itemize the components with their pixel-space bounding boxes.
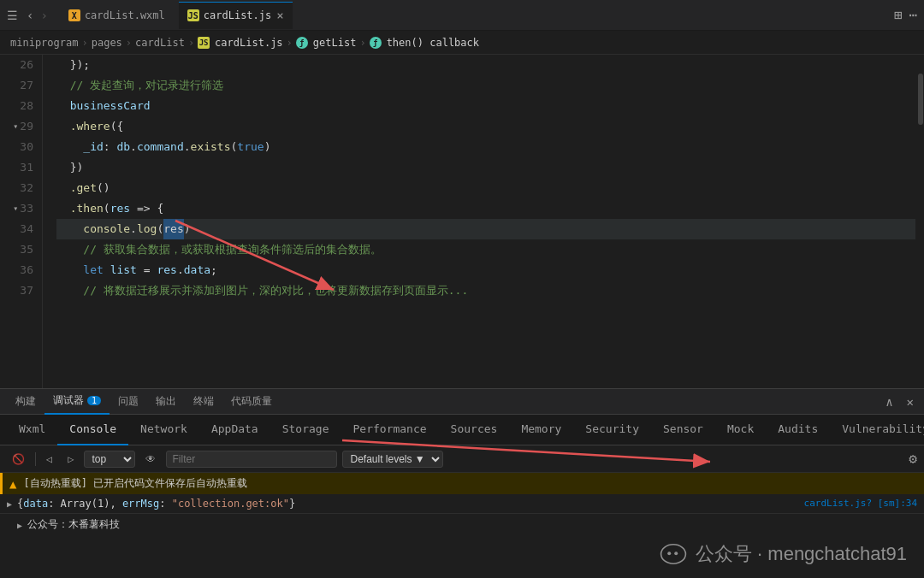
toolbar-separator-1	[35, 452, 36, 466]
code-content-area: 26 27 28 ▾29 30 31 32 ▾33 34 35 36 37 })…	[0, 55, 924, 388]
code-line-32: .get()	[56, 178, 915, 198]
devtools-tab-sources[interactable]: Sources	[439, 415, 510, 445]
devtools-tab-performance[interactable]: Performance	[341, 415, 439, 445]
line-numbers: 26 27 28 ▾29 30 31 32 ▾33 34 35 36 37	[0, 55, 43, 388]
code-line-29: .where({	[56, 116, 915, 137]
line-num-27: 27	[0, 75, 33, 96]
code-line-33: .then(res => {	[56, 198, 915, 219]
scrollbar-track	[915, 55, 924, 388]
forward-btn[interactable]: ▷	[62, 451, 79, 467]
devtools-tab-vulnerability[interactable]: Vulnerability	[830, 415, 924, 445]
devtools-tab-network[interactable]: Network	[128, 415, 199, 445]
log-text-2: 公众号：木番薯科技	[27, 517, 120, 532]
code-line-36: let list = res.data;	[56, 260, 915, 280]
console-toolbar: 🚫 ◁ ▷ top 👁 Default levels ▼ ⚙	[0, 445, 924, 473]
tab-close-button[interactable]: ×	[276, 9, 283, 21]
expand-arrow-1[interactable]: ▶	[7, 499, 12, 509]
code-line-27: // 发起查询，对记录进行筛选	[56, 75, 915, 96]
tabs-container: ☰ ‹ › X cardList.wxml JS cardList.js ×	[7, 2, 293, 29]
panel-collapse-icon[interactable]: ∧	[882, 393, 896, 410]
devtools-tab-storage[interactable]: Storage	[270, 415, 341, 445]
code-lines: }); // 发起查询，对记录进行筛选 businessCard .where(…	[43, 55, 915, 388]
devtools-tab-wxml[interactable]: Wxml	[7, 415, 57, 445]
warning-text: [自动热重载] 已开启代码文件保存后自动热重载	[23, 476, 247, 491]
line-num-33: ▾33	[0, 198, 33, 219]
devtools-nav: Wxml Console Network AppData Storage Per…	[0, 415, 924, 445]
then-crumb-icon: ƒ	[370, 37, 382, 49]
line-num-34: 34	[0, 219, 33, 239]
warning-icon: ▲	[9, 477, 16, 491]
line-num-36: 36	[0, 260, 33, 280]
scrollbar-thumb[interactable]	[918, 74, 923, 125]
panel-close-icon[interactable]: ✕	[903, 393, 917, 410]
console-output: ▲ [自动热重载] 已开启代码文件保存后自动热重载 ▶ {data: Array…	[0, 473, 924, 578]
tab-label-js: cardList.js	[204, 9, 271, 21]
title-bar: ☰ ‹ › X cardList.wxml JS cardList.js × ⊞…	[0, 0, 924, 31]
log-level-selector[interactable]: Default levels ▼	[342, 451, 443, 468]
collapse-arrow-29[interactable]: ▾	[13, 116, 18, 137]
tab-cardlist-wxml[interactable]: X cardList.wxml	[60, 2, 174, 29]
js-crumb-icon: JS	[198, 37, 210, 49]
debugger-badge: 1	[87, 396, 101, 405]
more-menu-icon[interactable]: ⋯	[909, 7, 917, 23]
collapse-arrow-33[interactable]: ▾	[13, 198, 18, 219]
devtools-tab-appdata[interactable]: AppData	[199, 415, 270, 445]
line-num-28: 28	[0, 96, 33, 116]
tab-cardlist-js[interactable]: JS cardList.js ×	[179, 2, 293, 29]
code-line-30: _id: db.command.exists(true)	[56, 137, 915, 157]
line-num-26: 26	[0, 55, 33, 75]
back-icon[interactable]: ‹	[27, 9, 33, 22]
clear-console-btn[interactable]: 🚫	[7, 451, 30, 467]
breadcrumb: miniprogram › pages › cardList › JS card…	[0, 31, 924, 55]
eye-icon[interactable]: 👁	[140, 451, 161, 467]
xml-icon: X	[68, 9, 80, 21]
console-log-row-1[interactable]: ▶ {data: Array(1), errMsg: "collection.g…	[0, 494, 924, 514]
tab-code-quality[interactable]: 代码质量	[222, 389, 281, 415]
back-btn[interactable]: ◁	[41, 451, 57, 467]
code-line-35: // 获取集合数据，或获取根据查询条件筛选后的集合数据。	[56, 239, 915, 260]
line-num-35: 35	[0, 239, 33, 260]
line-num-31: 31	[0, 157, 33, 178]
line-num-30: 30	[0, 137, 33, 157]
js-icon: JS	[187, 9, 199, 21]
tab-label-wxml: cardList.wxml	[85, 9, 165, 21]
bottom-panel-top-tabs: 构建 调试器 1 问题 输出 终端 代码质量 ∧ ✕	[0, 389, 924, 415]
forward-icon[interactable]: ›	[40, 9, 47, 22]
split-editor-icon[interactable]: ⊞	[894, 7, 903, 23]
breadcrumb-pages: pages	[92, 37, 122, 49]
breadcrumb-miniprogram: miniprogram	[10, 37, 78, 49]
selected-res: res	[163, 219, 183, 239]
code-line-28: businessCard	[56, 96, 915, 116]
code-line-37: // 将数据迁移展示并添加到图片，深的对比，也将更新数据存到页面显示...	[56, 280, 915, 301]
context-selector[interactable]: top	[84, 451, 135, 468]
bottom-panel: 构建 调试器 1 问题 输出 终端 代码质量 ∧ ✕ Wxml Console	[0, 388, 924, 578]
filter-input[interactable]	[166, 451, 337, 468]
devtools-tab-memory[interactable]: Memory	[509, 415, 573, 445]
line-num-37: 37	[0, 280, 33, 301]
tab-build[interactable]: 构建	[7, 389, 44, 415]
tab-terminal[interactable]: 终端	[185, 389, 222, 415]
console-warning-row: ▲ [自动热重载] 已开启代码文件保存后自动热重载	[0, 473, 924, 494]
breadcrumb-cardlist: cardList	[135, 37, 185, 49]
tab-problems[interactable]: 问题	[110, 389, 147, 415]
log-source-1[interactable]: cardList.js? [sm]:34	[804, 498, 917, 509]
code-line-34: console.log(res)	[56, 219, 915, 239]
line-num-29: ▾29	[0, 116, 33, 137]
title-bar-actions: ⊞ ⋯	[894, 7, 917, 23]
func-crumb-icon: ƒ	[296, 37, 308, 49]
devtools-tab-security[interactable]: Security	[573, 415, 651, 445]
devtools-tab-mock[interactable]: Mock	[715, 415, 766, 445]
breadcrumb-file: cardList.js	[215, 37, 282, 49]
expand-arrow-2[interactable]: ▶	[17, 521, 22, 530]
console-settings-icon[interactable]: ⚙	[909, 451, 917, 467]
devtools-tab-audits[interactable]: Audits	[766, 415, 830, 445]
devtools-tab-sensor[interactable]: Sensor	[651, 415, 715, 445]
breadcrumb-getlist: getList	[313, 37, 357, 49]
tab-debugger[interactable]: 调试器 1	[44, 389, 110, 415]
panel-right-actions: ∧ ✕	[882, 393, 917, 410]
menu-icon[interactable]: ☰	[7, 9, 18, 22]
tab-output[interactable]: 输出	[147, 389, 185, 415]
devtools-tab-console[interactable]: Console	[57, 415, 128, 445]
console-log-row-2[interactable]: ▶ 公众号：木番薯科技	[0, 514, 924, 535]
code-editor: 26 27 28 ▾29 30 31 32 ▾33 34 35 36 37 })…	[0, 55, 924, 388]
